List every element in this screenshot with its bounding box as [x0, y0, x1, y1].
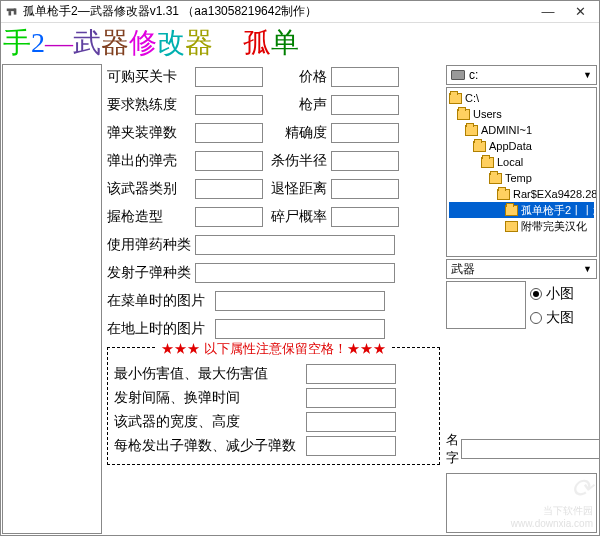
warning-group: ★★★ 以下属性注意保留空格！★★★ 最小伤害值、最大伤害值 发射间隔、换弹时间… — [107, 347, 440, 465]
radio-icon — [530, 288, 542, 300]
dir-item[interactable]: C:\ — [449, 90, 594, 106]
dropdown-arrow-icon: ▼ — [583, 70, 592, 80]
label-name: 名字 — [446, 431, 459, 467]
label-weapon-type: 该武器类别 — [107, 180, 195, 198]
input-mag-count[interactable] — [195, 123, 263, 143]
radio-icon — [530, 312, 542, 324]
label-accuracy: 精确度 — [263, 124, 331, 142]
folder-icon — [489, 173, 502, 184]
dir-item[interactable]: Local — [449, 154, 594, 170]
input-kill-radius[interactable] — [331, 151, 399, 171]
folder-icon — [465, 125, 478, 136]
dir-item[interactable]: Rar$EXa9428.28646 — [449, 186, 594, 202]
disk-icon — [451, 70, 465, 80]
input-buy-level[interactable] — [195, 67, 263, 87]
titlebar: 孤单枪手2—武器修改器v1.31 （aa13058219642制作） — ✕ — [1, 1, 599, 23]
input-shot-count[interactable] — [306, 436, 396, 456]
folder-icon — [505, 205, 518, 216]
input-grip-shape[interactable] — [195, 207, 263, 227]
label-price: 价格 — [263, 68, 331, 86]
label-damage: 最小伤害值、最大伤害值 — [114, 365, 304, 383]
watermark: ⟳ 当下软件园 www.downxia.com — [511, 473, 593, 529]
app-icon — [5, 5, 19, 19]
input-menu-pic[interactable] — [215, 291, 385, 311]
label-gunshot: 枪声 — [263, 96, 331, 114]
label-kill-radius: 杀伤半径 — [263, 152, 331, 170]
dir-item[interactable]: 附带完美汉化 — [449, 218, 594, 234]
label-buy-level: 可购买关卡 — [107, 68, 195, 86]
input-interval[interactable] — [306, 388, 396, 408]
label-menu-pic: 在菜单时的图片 — [107, 292, 215, 310]
dir-item[interactable]: AppData — [449, 138, 594, 154]
minimize-button[interactable]: — — [533, 3, 563, 21]
input-accuracy[interactable] — [331, 123, 399, 143]
svg-rect-2 — [9, 11, 12, 15]
input-ammo-type[interactable] — [195, 235, 395, 255]
dropdown-arrow-icon: ▼ — [583, 264, 592, 274]
label-ground-pic: 在地上时的图片 — [107, 320, 215, 338]
banner-title: 手2—武器修改器孤单 — [1, 23, 599, 63]
radio-large-image[interactable]: 大图 — [530, 309, 574, 327]
input-zombie-rate[interactable] — [331, 207, 399, 227]
input-shell-out[interactable] — [195, 151, 263, 171]
label-retreat-dist: 退怪距离 — [263, 180, 331, 198]
drive-combobox[interactable]: c: ▼ — [446, 65, 597, 85]
label-mag-count: 弹夹装弹数 — [107, 124, 195, 142]
svg-rect-1 — [14, 8, 17, 14]
dir-item[interactable]: Temp — [449, 170, 594, 186]
weapon-list-box[interactable] — [2, 64, 102, 534]
input-require-skill[interactable] — [195, 95, 263, 115]
input-price[interactable] — [331, 67, 399, 87]
input-name[interactable] — [461, 439, 599, 459]
close-button[interactable]: ✕ — [565, 3, 595, 21]
preview-image-box — [446, 281, 526, 329]
label-shell-out: 弹出的弹壳 — [107, 152, 195, 170]
folder-icon — [481, 157, 494, 168]
input-damage[interactable] — [306, 364, 396, 384]
input-bullet-type[interactable] — [195, 263, 395, 283]
folder-icon — [473, 141, 486, 152]
input-retreat-dist[interactable] — [331, 179, 399, 199]
input-dimensions[interactable] — [306, 412, 396, 432]
label-bullet-type: 发射子弹种类 — [107, 264, 195, 282]
label-require-skill: 要求熟练度 — [107, 96, 195, 114]
label-shot-count: 每枪发出子弹数、减少子弹数 — [114, 437, 304, 455]
label-ammo-type: 使用弹药种类 — [107, 236, 195, 254]
folder-icon — [449, 93, 462, 104]
label-zombie-rate: 碎尸概率 — [263, 208, 331, 226]
folder-icon — [505, 221, 518, 232]
dir-item[interactable]: Users — [449, 106, 594, 122]
radio-small-image[interactable]: 小图 — [530, 285, 574, 303]
dir-item-selected[interactable]: 孤单枪手2丨丨武器修 — [449, 202, 594, 218]
input-ground-pic[interactable] — [215, 319, 385, 339]
dir-item[interactable]: ADMINI~1 — [449, 122, 594, 138]
input-weapon-type[interactable] — [195, 179, 263, 199]
input-gunshot[interactable] — [331, 95, 399, 115]
folder-icon — [457, 109, 470, 120]
window-title: 孤单枪手2—武器修改器v1.31 （aa13058219642制作） — [23, 3, 533, 20]
directory-tree[interactable]: C:\ Users ADMINI~1 AppData Local Temp Ra… — [446, 87, 597, 257]
warning-text: ★★★ 以下属性注意保留空格！★★★ — [157, 340, 390, 358]
label-interval: 发射间隔、换弹时间 — [114, 389, 304, 407]
folder-icon — [497, 189, 510, 200]
label-dimensions: 该武器的宽度、高度 — [114, 413, 304, 431]
label-grip-shape: 握枪造型 — [107, 208, 195, 226]
weapon-type-combobox[interactable]: 武器 ▼ — [446, 259, 597, 279]
drive-label: c: — [469, 68, 478, 82]
